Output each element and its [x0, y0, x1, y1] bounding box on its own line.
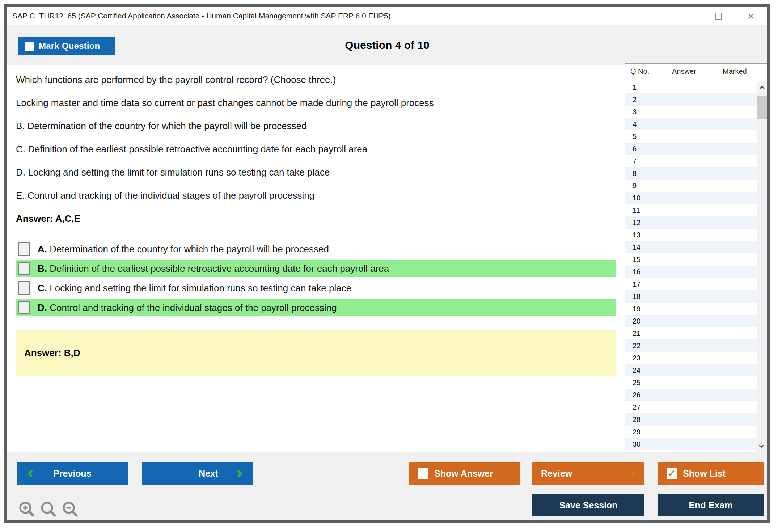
option-row[interactable]: B. Definition of the earliest possible r… — [16, 260, 616, 277]
question-list-row[interactable]: 17 — [625, 278, 757, 290]
question-number: 25 — [633, 379, 640, 387]
question-list-row[interactable]: 2 — [625, 93, 757, 106]
question-list-row[interactable]: 22 — [625, 339, 757, 352]
question-list-row[interactable]: 30 — [625, 438, 757, 450]
question-number: 11 — [633, 206, 640, 214]
question-list-row[interactable]: 3 — [625, 106, 757, 118]
show-answer-button[interactable]: Show Answer — [409, 462, 520, 485]
question-list-row[interactable]: 7 — [625, 155, 757, 167]
option-text: Determination of the country for which t… — [47, 244, 329, 255]
option-checkbox[interactable] — [18, 281, 30, 295]
question-list-row[interactable]: 10 — [625, 192, 757, 204]
question-number: 26 — [633, 391, 640, 399]
maximize-button[interactable] — [711, 9, 725, 23]
close-icon: × — [747, 10, 754, 22]
chevron-left-icon — [28, 469, 35, 477]
save-session-button[interactable]: Save Session — [532, 494, 644, 516]
end-exam-label: End Exam — [689, 500, 733, 511]
show-list-button[interactable]: ✓ Show List — [658, 462, 764, 485]
question-list-row[interactable]: 29 — [625, 426, 757, 438]
scroll-down-button[interactable] — [757, 440, 767, 452]
zoom-reset-icon[interactable] — [40, 501, 57, 518]
chevron-up-icon — [759, 86, 764, 91]
close-button[interactable]: × — [744, 9, 758, 23]
maximize-icon — [715, 13, 722, 20]
question-line: C. Definition of the earliest possible r… — [16, 144, 625, 154]
question-list-row[interactable]: 16 — [625, 266, 757, 278]
question-number: 28 — [633, 415, 640, 423]
question-number: 9 — [633, 182, 637, 190]
show-answer-label: Show Answer — [434, 468, 493, 479]
question-list-scrollbar[interactable] — [757, 81, 767, 452]
question-list-row[interactable]: 23 — [625, 352, 757, 364]
title-bar: SAP C_THR12_65 (SAP Certified Applicatio… — [7, 7, 767, 25]
question-list-row[interactable]: 9 — [625, 180, 757, 192]
question-list-row[interactable]: 1 — [625, 81, 757, 93]
footer-band: Previous Next Show Answer Review ▲ ✓ Sho… — [7, 452, 767, 520]
question-number: 20 — [633, 317, 640, 325]
option-checkbox[interactable] — [18, 242, 30, 256]
question-list-row[interactable]: 27 — [625, 401, 757, 413]
zoom-out-icon[interactable] — [62, 501, 79, 518]
question-list-row[interactable]: 21 — [625, 327, 757, 339]
previous-button[interactable]: Previous — [17, 462, 128, 485]
save-session-label: Save Session — [559, 500, 617, 511]
option-text: Definition of the earliest possible retr… — [47, 263, 389, 274]
option-row[interactable]: D. Control and tracking of the individua… — [16, 299, 616, 316]
question-number: 27 — [633, 403, 640, 411]
option-letter: C. — [38, 283, 47, 294]
question-number: 3 — [633, 108, 637, 116]
question-line: D. Locking and setting the limit for sim… — [16, 167, 625, 177]
question-number: 15 — [633, 256, 640, 263]
question-list-row[interactable]: 11 — [625, 204, 757, 216]
question-list-row[interactable]: 19 — [625, 303, 757, 315]
question-text: Which functions are performed by the pay… — [16, 75, 625, 200]
chevron-down-icon — [758, 443, 764, 448]
header-band: Mark Question Question 4 of 10 — [7, 25, 767, 65]
option-row[interactable]: A. Determination of the country for whic… — [16, 241, 616, 257]
question-list-row[interactable]: 14 — [625, 241, 757, 253]
minimize-button[interactable] — [679, 9, 693, 23]
zoom-in-icon[interactable] — [18, 501, 35, 518]
show-list-label: Show List — [683, 468, 726, 479]
question-list-row[interactable]: 6 — [625, 143, 757, 155]
chevron-right-icon — [235, 469, 242, 477]
question-list-row[interactable]: 28 — [625, 413, 757, 426]
end-exam-button[interactable]: End Exam — [658, 494, 764, 516]
question-list-row[interactable]: 25 — [625, 376, 757, 389]
question-list-row[interactable]: 15 — [625, 253, 757, 266]
question-list-row[interactable]: 20 — [625, 315, 757, 327]
question-number: 4 — [633, 120, 637, 128]
option-checkbox[interactable] — [18, 262, 30, 275]
window-controls: × — [679, 7, 758, 25]
question-list-row[interactable]: 8 — [625, 167, 757, 180]
column-header-qno: Q No. — [630, 67, 649, 76]
question-list-panel: Q No. Answer Marked 12345678910111213141… — [625, 63, 767, 452]
show-list-checkbox[interactable]: ✓ — [667, 468, 677, 479]
review-label: Review — [541, 468, 572, 479]
question-number: 23 — [633, 354, 640, 362]
show-answer-checkbox[interactable] — [418, 468, 428, 479]
next-button[interactable]: Next — [142, 462, 253, 485]
question-list-row[interactable]: 13 — [625, 229, 757, 241]
scrollbar-thumb[interactable] — [757, 96, 767, 119]
scroll-up-button[interactable] — [757, 81, 767, 93]
window-title: SAP C_THR12_65 (SAP Certified Applicatio… — [12, 7, 390, 25]
review-button[interactable]: Review ▲ — [532, 462, 644, 485]
option-letter: B. — [38, 263, 47, 274]
question-list-row[interactable]: 18 — [625, 290, 757, 303]
question-number: 10 — [633, 194, 640, 202]
question-list-row[interactable]: 24 — [625, 364, 757, 376]
question-list-row[interactable]: 4 — [625, 118, 757, 130]
app-window: SAP C_THR12_65 (SAP Certified Applicatio… — [4, 4, 770, 523]
question-number: 29 — [633, 428, 640, 436]
option-checkbox[interactable] — [18, 301, 30, 314]
question-list-row[interactable]: 12 — [625, 216, 757, 229]
option-row[interactable]: C. Locking and setting the limit for sim… — [16, 280, 616, 296]
option-text: Control and tracking of the individual s… — [47, 302, 337, 313]
answer-box: Answer: B,D — [16, 330, 616, 376]
question-list-rows: 1234567891011121314151617181920212223242… — [625, 81, 757, 452]
question-list-row[interactable]: 5 — [625, 130, 757, 143]
question-number: 30 — [633, 440, 640, 448]
question-list-row[interactable]: 26 — [625, 389, 757, 401]
